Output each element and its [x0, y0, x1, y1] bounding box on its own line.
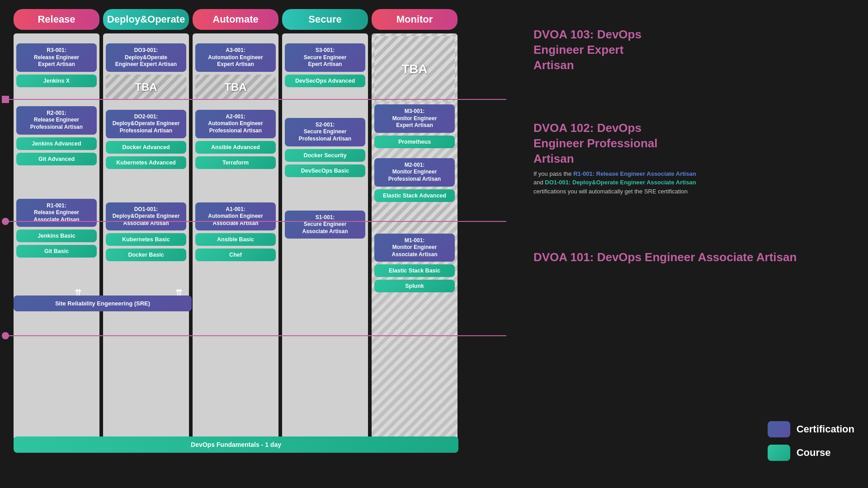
header-release: Release — [14, 9, 99, 30]
course-git-basic: Git Basic — [16, 245, 97, 258]
dvoa102-r1-ref: R1-001: Release Engineer Associate Artis… — [573, 170, 696, 177]
cert-do2: DO2-001: Deploy&Operate Engineer Profess… — [106, 110, 186, 138]
course-terraform: Terraform — [195, 156, 276, 169]
cert-do1: DO1-001: Deploy&Operate Engineer Associa… — [106, 202, 186, 231]
column-deploy: DO3-001: Deploy&Operate Engineer Expert … — [103, 33, 189, 440]
spacer-s2-top — [285, 90, 365, 115]
level3-line — [5, 99, 506, 100]
legend-cert-box — [768, 421, 790, 437]
course-splunk: Splunk — [374, 280, 455, 292]
legend-course-box — [768, 445, 790, 461]
dvoa101-entry: DVOA 101: DevOps Engineer Associate Arti… — [533, 250, 854, 268]
spacer-do1-top — [106, 172, 186, 200]
monitor-top-tba: TBA — [374, 36, 455, 102]
level2-dot — [2, 218, 9, 225]
headers-row: Release Deploy&Operate Automate Secure M… — [9, 9, 506, 30]
right-panel: DVOA 103: DevOps Engineer Expert Artisan… — [506, 9, 868, 479]
cert-s2: S2-001: Secure Engineer Professional Art… — [285, 118, 365, 146]
course-git-advanced: Git Advanced — [16, 153, 97, 165]
diagram-area: Release Deploy&Operate Automate Secure M… — [9, 9, 506, 479]
tba-monitor-top-label: TBA — [401, 62, 428, 76]
course-jenkins-x: Jenkins X — [16, 75, 97, 87]
course-prometheus: Prometheus — [374, 136, 455, 148]
tba-do3: TBA — [106, 75, 186, 100]
course-devsecops-advanced: DevSecOps Advanced — [285, 75, 365, 87]
header-monitor: Monitor — [372, 9, 458, 30]
dvoa102-entry: DVOA 102: DevOps Engineer Professional A… — [533, 121, 854, 205]
column-secure: S3-001: Secure Engineer Epert Artisan De… — [282, 33, 368, 440]
monitor-mid-striped — [374, 205, 455, 231]
dvoa103-title: DVOA 103: DevOps Engineer Expert Artisan — [533, 27, 854, 73]
sre-box: Site Reliability Engeneering (SRE) — [14, 296, 192, 311]
arrow-up-deploy: ⇈ — [175, 288, 182, 298]
cert-s3: S3-001: Secure Engineer Epert Artisan — [285, 43, 365, 72]
legend-certification: Certification — [768, 421, 854, 437]
course-elastic-stack-basic: Elastic Stack Basic — [374, 264, 455, 277]
cert-m2: M2-001: Monitor Engineer Professional Ar… — [374, 158, 455, 187]
dvoa103-entry: DVOA 103: DevOps Engineer Expert Artisan — [533, 27, 854, 75]
course-kubernetes-advanced: Kubernetes Advanced — [106, 156, 186, 169]
column-automate: A3-001: Automation Engineer Expert Artis… — [193, 33, 278, 440]
dvoa101-title: DVOA 101: DevOps Engineer Associate Arti… — [533, 250, 854, 265]
spacer-m2-top — [374, 151, 455, 155]
legend-course-label: Course — [797, 447, 831, 459]
dvoa102-suffix: certifications you will automatically ge… — [533, 188, 688, 195]
course-elastic-stack-advanced: Elastic Stack Advanced — [374, 189, 455, 202]
dvoa102-title: DVOA 102: DevOps Engineer Professional A… — [533, 121, 854, 166]
cert-a1: A1-001: Automation Engineer Associate Ar… — [195, 202, 276, 231]
level2-line — [5, 221, 506, 222]
course-devsecops-basic: DevSecOps Basic — [285, 164, 365, 177]
cert-m1: M1-001: Monitor Engineer Associate Artis… — [374, 234, 455, 262]
spacer-s3-top — [285, 36, 365, 41]
legend-cert-label: Certification — [797, 423, 854, 435]
spacer-r1-top — [16, 168, 97, 196]
cert-a3: A3-001: Automation Engineer Expert Artis… — [195, 43, 276, 72]
legend-course: Course — [768, 445, 854, 461]
course-jenkins-advanced: Jenkins Advanced — [16, 137, 97, 150]
course-ansible-basic: Ansible Basic — [195, 233, 276, 246]
fundamentals-bar: DevOps Fundamentals - 1 day — [14, 436, 458, 453]
dvoa102-desc: If you pass the R1-001: Release Engineer… — [533, 169, 705, 196]
dvoa102-and: and — [533, 179, 545, 186]
header-deploy: Deploy&Operate — [103, 9, 189, 30]
cert-m3: M3-001: Monitor Engineer Expert Artisan — [374, 104, 455, 133]
spacer-a1-top — [195, 172, 276, 200]
cert-r1: R1-001: Release Engineer Associate Artis… — [16, 199, 97, 227]
column-release: R3-001: Release Engineer Expert Artisan … — [14, 33, 99, 440]
spacer-r2-top — [16, 90, 97, 103]
course-docker-advanced: Docker Advanced — [106, 141, 186, 154]
cert-s1: S1-001: Secure Engineer Associate Artisa… — [285, 211, 365, 239]
level1-dot — [2, 332, 9, 339]
level1-line — [5, 335, 506, 336]
header-automate: Automate — [193, 9, 278, 30]
cert-a2: A2-001: Automation Engineer Professional… — [195, 110, 276, 138]
spacer-a2-top — [195, 103, 276, 107]
course-docker-basic: Docker Basic — [106, 249, 186, 261]
level3-dot — [2, 96, 9, 103]
cert-r2: R2-001: Release Engineer Professional Ar… — [16, 106, 97, 135]
course-docker-security: Docker Security — [285, 149, 365, 162]
legend: Certification Course — [768, 421, 854, 461]
cert-r3: R3-001: Release Engineer Expert Artisan — [16, 43, 97, 72]
spacer-s1-top — [285, 180, 365, 208]
course-kubernetes-basic: Kubernetes Basic — [106, 233, 186, 246]
course-ansible-advanced: Ansible Advanced — [195, 141, 276, 154]
tba-a3: TBA — [195, 75, 276, 100]
dvoa102-do1-ref: DO1-001: Deploy&Operate Engineer Associa… — [545, 179, 696, 186]
spacer-do3-top — [106, 36, 186, 41]
main-container: Release Deploy&Operate Automate Secure M… — [0, 0, 868, 488]
spacer-a3-top — [195, 36, 276, 41]
dvoa102-desc-prefix: If you pass the — [533, 170, 573, 177]
spacer-do2-top — [106, 103, 186, 107]
spacer-r3-top — [16, 36, 97, 41]
cert-do3: DO3-001: Deploy&Operate Engineer Expert … — [106, 43, 186, 72]
course-chef: Chef — [195, 249, 276, 261]
header-secure: Secure — [282, 9, 368, 30]
arrow-up-release: ⇈ — [75, 288, 81, 298]
column-monitor: TBA M3-001: Monitor Engineer Expert Arti… — [372, 33, 458, 440]
course-jenkins-basic: Jenkins Basic — [16, 230, 97, 242]
